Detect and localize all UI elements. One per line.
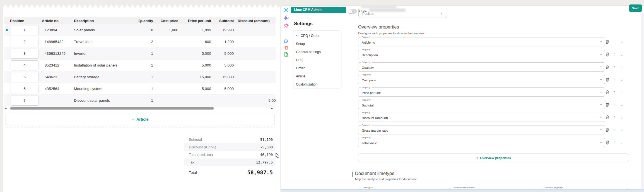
quantity-cell[interactable]: 1	[134, 63, 154, 67]
move-up-button[interactable]: ↑	[613, 127, 615, 132]
table-row[interactable]: 7 Discount solar panels 1 5,000	[4, 95, 276, 106]
code-toggle[interactable]	[348, 9, 357, 14]
add-article-button[interactable]: + Article	[6, 114, 275, 125]
price-per-unit-cell[interactable]: 600	[179, 40, 212, 44]
description-cell[interactable]: Mounting system	[71, 87, 134, 91]
price-per-unit-cell[interactable]: 1,999	[179, 28, 212, 32]
delete-property-button[interactable]	[606, 90, 609, 96]
table-row[interactable]: 4 8523412 Installation of solar panels 1…	[4, 60, 276, 71]
move-up-button[interactable]: ↑	[613, 114, 615, 120]
article-no-cell[interactable]: 4356313245	[39, 51, 71, 56]
table-row[interactable]: 3 4356313245 Inverter 1 5,000 5,000	[4, 48, 276, 60]
delete-property-button[interactable]	[606, 65, 609, 70]
quantity-cell[interactable]: 1	[134, 98, 154, 103]
position-cell[interactable]: 4	[11, 60, 38, 70]
export-icon[interactable]	[284, 39, 289, 44]
subtotal-cell[interactable]: 15,000	[212, 75, 234, 79]
move-up-button[interactable]: ↑	[613, 39, 615, 44]
move-down-button[interactable]: ↓	[621, 114, 623, 120]
move-down-button[interactable]: ↓	[621, 89, 623, 95]
delete-property-button[interactable]	[606, 140, 609, 146]
article-no-cell[interactable]: 123894	[39, 28, 71, 32]
move-down-button[interactable]: ↓	[621, 39, 623, 44]
description-cell[interactable]: Travel fees	[71, 40, 134, 44]
delete-property-button[interactable]	[606, 128, 609, 133]
move-down-button[interactable]: ↓	[621, 51, 623, 57]
vertical-scrollbar[interactable]	[641, 13, 644, 189]
position-cell[interactable]: 6	[11, 84, 38, 94]
article-no-cell[interactable]: 548623	[39, 75, 71, 79]
gear-icon[interactable]	[284, 23, 289, 28]
quantity-cell[interactable]: 1	[134, 51, 154, 56]
article-no-cell[interactable]: 4352564	[39, 87, 71, 91]
description-cell[interactable]: Solar panels	[71, 28, 134, 32]
description-cell[interactable]: Installation of solar panels	[71, 63, 134, 67]
delete-property-button[interactable]	[606, 115, 609, 121]
subtotal-cell[interactable]: 1,200	[212, 40, 234, 44]
move-up-button[interactable]: ↑	[613, 139, 615, 145]
move-down-button[interactable]: ↓	[621, 77, 623, 82]
move-up-button[interactable]: ↑	[613, 64, 615, 70]
table-row[interactable]: 5 548623 Battery storage 1 15,000 15,000	[4, 71, 276, 83]
move-down-button[interactable]: ↓	[621, 102, 623, 107]
move-down-button[interactable]: ↓	[621, 139, 623, 145]
move-up-button[interactable]: ↑	[613, 77, 615, 82]
property-select[interactable]: Property* Gross margin ratio ▾	[358, 125, 605, 134]
horizontal-scrollbar[interactable]: ◀ ▶	[4, 107, 276, 110]
position-cell[interactable]: 3	[11, 49, 38, 59]
import-icon[interactable]	[284, 45, 289, 50]
quantity-cell[interactable]: 1	[134, 75, 154, 79]
move-up-button[interactable]: ↑	[613, 51, 615, 57]
property-select[interactable]: Property* Discount (amount) ▾	[358, 113, 605, 122]
delete-property-button[interactable]	[606, 40, 609, 45]
delete-property-button[interactable]	[606, 52, 609, 58]
description-cell[interactable]: Battery storage	[71, 75, 134, 79]
add-overview-property-button[interactable]: + Overview properties	[358, 153, 629, 162]
property-select[interactable]: Property* Quantity ▾	[358, 62, 605, 72]
property-select[interactable]: Property* Description ▾	[358, 50, 605, 59]
menu-item-cpq[interactable]: CPQ	[293, 56, 341, 64]
menu-item-order[interactable]: Order	[293, 64, 341, 72]
cost-price-cell[interactable]: 1,000	[154, 28, 179, 32]
table-row[interactable]: 1 123894 Solar panels 10 1,000 1,999 19,…	[4, 24, 276, 36]
menu-item-customization[interactable]: Customization	[293, 80, 341, 88]
position-cell[interactable]: 2	[11, 37, 38, 47]
scroll-right-icon[interactable]: ▶	[271, 107, 273, 110]
subtotal-cell[interactable]: 5,000	[212, 51, 234, 56]
menu-group-cpq-order[interactable]: CPQ / Order	[293, 32, 341, 40]
description-cell[interactable]: Inverter	[71, 51, 134, 56]
price-per-unit-cell[interactable]: 5,000	[179, 51, 212, 56]
price-per-unit-cell[interactable]: 15,000	[179, 75, 212, 79]
table-row[interactable]: 2 148965432 Travel fees 2 600 1,200	[4, 36, 276, 48]
delete-property-button[interactable]	[606, 103, 609, 108]
move-down-button[interactable]: ↓	[621, 64, 623, 70]
quantity-cell[interactable]: 2	[134, 40, 154, 44]
menu-item-general-settings[interactable]: General settings	[293, 48, 341, 56]
save-button[interactable]: Save	[629, 4, 642, 12]
description-cell[interactable]: Discount solar panels	[71, 98, 134, 103]
article-no-cell[interactable]: 8523412	[39, 63, 71, 67]
menu-item-article[interactable]: Article	[293, 72, 341, 80]
property-select[interactable]: Property* Subtotal ▾	[358, 100, 605, 109]
move-down-button[interactable]: ↓	[621, 127, 623, 132]
subtotal-cell[interactable]: 5,000	[212, 63, 234, 67]
property-select[interactable]: Property* Total value ▾	[358, 138, 605, 147]
position-cell[interactable]: 1	[11, 25, 38, 35]
menu-item-setup[interactable]: Setup	[293, 40, 341, 48]
lime-logo-icon[interactable]	[284, 8, 289, 13]
clover-icon[interactable]	[284, 15, 289, 20]
subtotal-cell[interactable]: 5,000	[212, 87, 234, 91]
scrollbar-thumb[interactable]	[10, 107, 214, 110]
article-no-cell[interactable]: 148965432	[39, 40, 71, 44]
position-cell[interactable]: 7	[11, 96, 38, 106]
scroll-left-icon[interactable]: ◀	[5, 107, 6, 110]
property-select[interactable]: Property* Article no ▾	[358, 37, 605, 46]
delete-property-button[interactable]	[606, 77, 609, 83]
quantity-cell[interactable]: 10	[134, 28, 154, 32]
discount-cell[interactable]: 5,000	[234, 98, 276, 103]
move-up-button[interactable]: ↑	[613, 102, 615, 107]
move-up-button[interactable]: ↑	[613, 89, 615, 95]
property-select[interactable]: Property* Cost price ▾	[358, 75, 605, 84]
position-cell[interactable]: 5	[11, 72, 38, 82]
subtotal-cell[interactable]: 19,990	[212, 28, 234, 32]
